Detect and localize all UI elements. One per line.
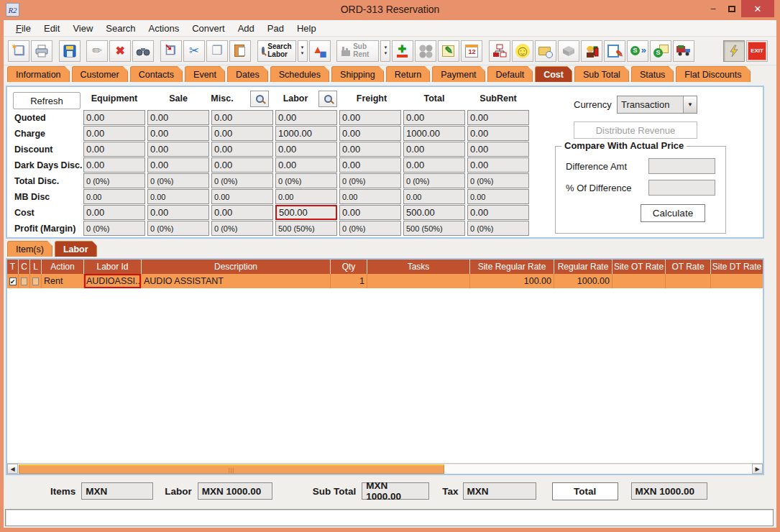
tab-dates[interactable]: Dates [227, 66, 268, 82]
scroll-left-arrow-icon[interactable]: ◀ [7, 464, 18, 474]
scroll-right-arrow-icon[interactable]: ▶ [752, 464, 763, 474]
cost-cell[interactable]: 0.00 [147, 205, 209, 220]
cost-cell[interactable]: 0 (0%) [211, 173, 273, 188]
cost-cell[interactable]: 0.00 [403, 110, 465, 125]
cut-button[interactable]: ✂ [183, 40, 205, 62]
cost-cell[interactable]: 0 (0%) [467, 221, 529, 236]
menu-help[interactable]: Help [290, 22, 323, 35]
calculate-button[interactable]: Calculate [641, 204, 705, 222]
search-labor-button[interactable]: Search Labor [257, 40, 296, 62]
add-remove-button[interactable]: ✚ [392, 40, 413, 62]
maximize-button[interactable] [722, 1, 741, 17]
copy-button[interactable]: ❐ [206, 40, 228, 62]
cost-cell[interactable]: 0 (0%) [211, 221, 273, 236]
tab-schedules[interactable]: Schedules [270, 66, 329, 82]
convert-shapes-button[interactable]: ▲ ◼ [309, 40, 331, 62]
cost-cell[interactable]: 0.00 [211, 126, 273, 141]
menu-search[interactable]: Search [99, 22, 142, 35]
tab-sub-total[interactable]: Sub Total [574, 66, 629, 82]
cost-cell[interactable]: 0.00 [211, 110, 273, 125]
cost-cell[interactable]: 0.00 [467, 205, 529, 220]
c-checkbox-cell[interactable] [19, 274, 29, 288]
menu-convert[interactable]: Convert [185, 22, 231, 35]
cost-cell[interactable]: 0.00 [147, 142, 209, 157]
col-regular-rate[interactable]: Regular Rate [554, 260, 612, 274]
cost-cell[interactable]: 0.00 [83, 126, 145, 141]
sub-rent-dropdown[interactable]: ▼▼ [380, 40, 390, 62]
col-t[interactable]: T [7, 260, 18, 274]
table-row[interactable]: Rent AUDIOASSI... AUDIO ASSISTANT 1 100.… [7, 274, 763, 288]
cost-cell[interactable]: 0.00 [83, 110, 145, 125]
percent-difference-field[interactable] [648, 180, 715, 196]
tab-flat-discounts[interactable]: Flat Discounts [676, 66, 750, 82]
t-checkbox[interactable] [9, 278, 17, 285]
qty-cell[interactable]: 1 [331, 274, 367, 288]
cost-cell[interactable]: 0.00 [467, 157, 529, 173]
cost-cell[interactable]: 0.00 [467, 110, 529, 125]
menu-add[interactable]: Add [231, 22, 261, 35]
action-cell[interactable]: Rent [42, 274, 83, 288]
cost-cell[interactable]: 0.00 [211, 189, 273, 204]
exit-button[interactable]: EXIT [746, 40, 768, 62]
cost-cell[interactable]: 0.00 [403, 189, 465, 204]
distribute-revenue-button[interactable]: Distribute Revenue [574, 121, 697, 139]
col-c[interactable]: C [19, 260, 29, 274]
group-items-button[interactable] [415, 40, 436, 62]
tab-event[interactable]: Event [185, 66, 225, 82]
cost-cell[interactable]: 0.00 [275, 142, 337, 157]
edit-button[interactable]: ✏ [86, 40, 108, 62]
cost-cell[interactable]: 0.00 [147, 110, 209, 125]
cost-cell[interactable]: 1000.00 [403, 126, 465, 141]
menu-edit[interactable]: Edit [37, 22, 66, 35]
cost-cell[interactable]: 0.00 [211, 157, 273, 173]
tab-information[interactable]: Information [7, 66, 70, 82]
col-l[interactable]: L [30, 260, 41, 274]
cost-cell[interactable]: 0 (0%) [83, 221, 145, 236]
t-checkbox-cell[interactable] [7, 274, 18, 288]
cost-cell[interactable]: 0.00 [83, 142, 145, 157]
cost-cell[interactable]: 0 (0%) [339, 221, 401, 236]
misc-search-button[interactable] [250, 91, 269, 107]
cost-cell[interactable]: 0.00 [275, 110, 337, 125]
site-dt-rate-cell[interactable] [711, 274, 763, 288]
cost-cell[interactable]: 0.00 [339, 157, 401, 173]
cost-cell[interactable]: 0.00 [83, 189, 145, 204]
tab-labor[interactable]: Labor [55, 241, 97, 257]
labor-search-button[interactable] [318, 91, 337, 107]
refresh-button[interactable]: Refresh [13, 92, 81, 109]
cost-cell[interactable]: 0.00 [211, 205, 273, 220]
money-notes-button[interactable]: S [650, 40, 671, 62]
cost-cell[interactable]: 0 (0%) [403, 173, 465, 188]
tab-default[interactable]: Default [487, 66, 533, 82]
tab-payment[interactable]: Payment [432, 66, 485, 82]
tab-contacts[interactable]: Contacts [130, 66, 183, 82]
menu-file[interactable]: File [9, 22, 37, 35]
notes-button[interactable]: ✎ [438, 40, 459, 62]
shipping-button[interactable] [673, 40, 694, 62]
cost-cell[interactable]: 0.00 [339, 189, 401, 204]
difference-amt-field[interactable] [648, 158, 715, 174]
tab-cost[interactable]: Cost [535, 66, 572, 82]
inactive-button[interactable] [558, 40, 579, 62]
cost-cell[interactable]: 0.00 [467, 189, 529, 204]
cost-cell[interactable]: 500 (50%) [275, 221, 337, 236]
cost-cell[interactable]: 0.00 [83, 157, 145, 173]
cost-cell[interactable]: 0 (0%) [147, 173, 209, 188]
tab-status[interactable]: Status [631, 66, 674, 82]
cost-cell[interactable]: 0.00 [403, 142, 465, 157]
cost-cell[interactable]: 0.00 [339, 205, 401, 220]
cost-cell[interactable]: 0.00 [275, 189, 337, 204]
cost-cell-focused[interactable]: 500.00 [275, 205, 337, 220]
cost-cell[interactable]: 0 (0%) [339, 173, 401, 188]
minimize-button[interactable]: – [704, 1, 722, 17]
cost-cell[interactable]: 0 (0%) [83, 173, 145, 188]
cost-cell[interactable]: 0.00 [275, 157, 337, 173]
cost-cell[interactable]: 0.00 [147, 157, 209, 173]
labor-id-cell[interactable]: AUDIOASSI... [84, 274, 141, 288]
menu-pad[interactable]: Pad [261, 22, 290, 35]
cost-cell[interactable]: 500.00 [403, 205, 465, 220]
labor-resource-button[interactable] [581, 40, 602, 62]
save-button[interactable] [59, 40, 81, 62]
cost-cell[interactable]: 0 (0%) [467, 173, 529, 188]
c-checkbox[interactable] [21, 278, 27, 285]
